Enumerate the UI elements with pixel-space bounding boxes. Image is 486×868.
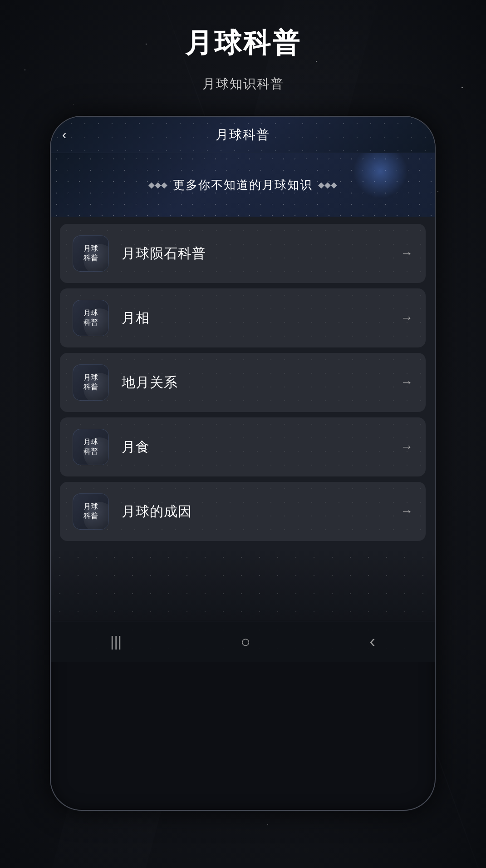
menu-list: 月球 科普 月球陨石科普 → 月球 科普 月相 → 月球 科普 [60,224,426,541]
page-subtitle: 月球知识科普 [0,75,486,93]
nav-title: 月球科普 [216,126,270,144]
icon-text-moon-origin: 月球 科普 [83,502,98,521]
item-label-moon-origin: 月球的成因 [122,502,400,521]
icon-text-moon-phase: 月球 科普 [83,308,98,327]
banner-area: ◆◆◆ 更多你不知道的月球知识 ◆◆◆ [51,153,435,217]
bottom-area: ||| ○ ‹ [51,548,435,662]
menu-item-lunar-eclipse[interactable]: 月球 科普 月食 → [60,417,426,476]
nav-home-button[interactable]: ○ [241,632,250,651]
item-arrow-lunar-eclipse: → [400,440,413,454]
item-label-moon-phase: 月相 [122,309,400,327]
back-button[interactable]: ‹ [62,128,66,142]
item-label-meteorite: 月球陨石科普 [122,244,400,263]
icon-text-meteorite: 月球 科普 [83,244,98,263]
menu-item-moon-origin[interactable]: 月球 科普 月球的成因 → [60,482,426,541]
menu-item-meteorite[interactable]: 月球 科普 月球陨石科普 → [60,224,426,283]
item-arrow-meteorite: → [400,246,413,261]
banner-text: 更多你不知道的月球知识 [173,177,313,193]
item-icon-moon-phase: 月球 科普 [73,300,109,336]
item-arrow-earth-moon: → [400,375,413,390]
item-icon-earth-moon: 月球 科普 [73,364,109,401]
nav-bar: ‹ 月球科普 [51,117,435,153]
menu-item-moon-phase[interactable]: 月球 科普 月相 → [60,288,426,347]
bottom-nav: ||| ○ ‹ [51,621,435,662]
item-label-earth-moon: 地月关系 [122,373,400,392]
item-icon-moon-origin: 月球 科普 [73,493,109,530]
item-arrow-moon-phase: → [400,311,413,325]
menu-item-earth-moon[interactable]: 月球 科普 地月关系 → [60,353,426,412]
item-icon-lunar-eclipse: 月球 科普 [73,429,109,465]
nav-menu-button[interactable]: ||| [110,633,122,650]
phone-frame: ‹ 月球科普 ◆◆◆ 更多你不知道的月球知识 ◆◆◆ 月球 科普 月球陨石科普 … [50,116,436,811]
item-label-lunar-eclipse: 月食 [122,438,400,456]
icon-text-earth-moon: 月球 科普 [83,373,98,392]
item-arrow-moon-origin: → [400,504,413,519]
page-title: 月球科普 [0,25,486,62]
page-title-container: 月球科普 月球知识科普 [0,25,486,93]
content-area: 月球 科普 月球陨石科普 → 月球 科普 月相 → 月球 科普 [51,217,435,548]
nav-back-button[interactable]: ‹ [369,632,375,651]
icon-text-lunar-eclipse: 月球 科普 [83,437,98,456]
item-icon-meteorite: 月球 科普 [73,235,109,272]
